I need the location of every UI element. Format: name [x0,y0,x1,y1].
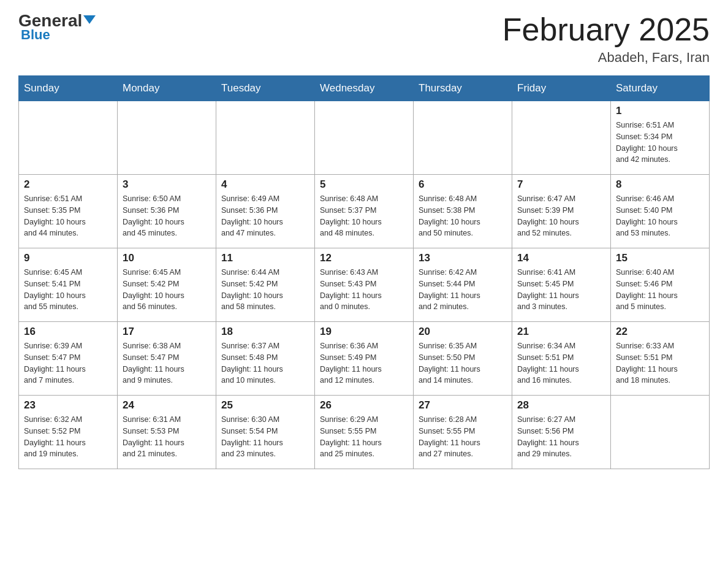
logo-triangle-icon [83,15,96,24]
calendar-cell [611,396,710,469]
logo-blue-text: Blue [18,27,50,43]
weekday-header-wednesday: Wednesday [315,76,414,101]
calendar-cell: 10Sunrise: 6:45 AM Sunset: 5:42 PM Dayli… [118,248,216,322]
calendar-cell: 6Sunrise: 6:48 AM Sunset: 5:38 PM Daylig… [414,175,512,248]
weekday-header-monday: Monday [118,76,216,101]
calendar-week-row: 23Sunrise: 6:32 AM Sunset: 5:52 PM Dayli… [19,396,710,469]
weekday-row: SundayMondayTuesdayWednesdayThursdayFrid… [19,76,710,101]
calendar-cell [414,101,512,175]
day-info: Sunrise: 6:51 AM Sunset: 5:34 PM Dayligh… [616,120,704,166]
weekday-header-thursday: Thursday [414,76,512,101]
day-number: 19 [320,326,408,338]
calendar-cell: 14Sunrise: 6:41 AM Sunset: 5:45 PM Dayli… [512,248,611,322]
calendar-cell: 27Sunrise: 6:28 AM Sunset: 5:55 PM Dayli… [414,396,512,469]
day-number: 15 [616,252,704,264]
calendar-cell: 11Sunrise: 6:44 AM Sunset: 5:42 PM Dayli… [216,248,315,322]
calendar-cell: 24Sunrise: 6:31 AM Sunset: 5:53 PM Dayli… [118,396,216,469]
calendar-table: SundayMondayTuesdayWednesdayThursdayFrid… [18,75,710,469]
calendar-cell: 15Sunrise: 6:40 AM Sunset: 5:46 PM Dayli… [611,248,710,322]
day-number: 11 [221,252,309,264]
day-info: Sunrise: 6:31 AM Sunset: 5:53 PM Dayligh… [123,414,211,460]
calendar-cell: 20Sunrise: 6:35 AM Sunset: 5:50 PM Dayli… [414,322,512,396]
calendar-week-row: 1Sunrise: 6:51 AM Sunset: 5:34 PM Daylig… [19,101,710,175]
calendar-cell: 18Sunrise: 6:37 AM Sunset: 5:48 PM Dayli… [216,322,315,396]
day-info: Sunrise: 6:36 AM Sunset: 5:49 PM Dayligh… [320,340,408,386]
calendar-subtitle: Abadeh, Fars, Iran [502,50,710,66]
day-info: Sunrise: 6:45 AM Sunset: 5:41 PM Dayligh… [24,267,112,313]
day-info: Sunrise: 6:29 AM Sunset: 5:55 PM Dayligh… [320,414,408,460]
calendar-cell: 17Sunrise: 6:38 AM Sunset: 5:47 PM Dayli… [118,322,216,396]
day-number: 2 [24,178,112,191]
day-info: Sunrise: 6:48 AM Sunset: 5:38 PM Dayligh… [419,193,507,239]
day-info: Sunrise: 6:27 AM Sunset: 5:56 PM Dayligh… [517,414,605,460]
day-info: Sunrise: 6:46 AM Sunset: 5:40 PM Dayligh… [616,193,704,239]
day-number: 8 [616,178,704,191]
calendar-cell: 9Sunrise: 6:45 AM Sunset: 5:41 PM Daylig… [19,248,118,322]
day-number: 23 [24,399,112,412]
calendar-cell: 12Sunrise: 6:43 AM Sunset: 5:43 PM Dayli… [315,248,414,322]
day-number: 18 [221,326,309,338]
day-number: 21 [517,326,605,338]
weekday-header-tuesday: Tuesday [216,76,315,101]
calendar-body: 1Sunrise: 6:51 AM Sunset: 5:34 PM Daylig… [19,101,710,469]
day-number: 7 [517,178,605,191]
calendar-cell: 7Sunrise: 6:47 AM Sunset: 5:39 PM Daylig… [512,175,611,248]
day-info: Sunrise: 6:44 AM Sunset: 5:42 PM Dayligh… [221,267,309,313]
calendar-week-row: 2Sunrise: 6:51 AM Sunset: 5:35 PM Daylig… [19,175,710,248]
day-info: Sunrise: 6:45 AM Sunset: 5:42 PM Dayligh… [123,267,211,313]
day-info: Sunrise: 6:32 AM Sunset: 5:52 PM Dayligh… [24,414,112,460]
day-info: Sunrise: 6:30 AM Sunset: 5:54 PM Dayligh… [221,414,309,460]
day-number: 6 [419,178,507,191]
day-info: Sunrise: 6:39 AM Sunset: 5:47 PM Dayligh… [24,340,112,386]
day-info: Sunrise: 6:28 AM Sunset: 5:55 PM Dayligh… [419,414,507,460]
calendar-cell [118,101,216,175]
logo: General Blue [18,12,96,43]
day-number: 20 [419,326,507,338]
calendar-cell: 16Sunrise: 6:39 AM Sunset: 5:47 PM Dayli… [19,322,118,396]
calendar-cell [216,101,315,175]
calendar-cell: 19Sunrise: 6:36 AM Sunset: 5:49 PM Dayli… [315,322,414,396]
day-number: 22 [616,326,704,338]
day-info: Sunrise: 6:35 AM Sunset: 5:50 PM Dayligh… [419,340,507,386]
calendar-cell [512,101,611,175]
day-info: Sunrise: 6:33 AM Sunset: 5:51 PM Dayligh… [616,340,704,386]
day-number: 28 [517,399,605,412]
day-info: Sunrise: 6:42 AM Sunset: 5:44 PM Dayligh… [419,267,507,313]
calendar-cell: 22Sunrise: 6:33 AM Sunset: 5:51 PM Dayli… [611,322,710,396]
day-info: Sunrise: 6:41 AM Sunset: 5:45 PM Dayligh… [517,267,605,313]
day-number: 10 [123,252,211,264]
day-number: 3 [123,178,211,191]
day-number: 4 [221,178,309,191]
day-info: Sunrise: 6:43 AM Sunset: 5:43 PM Dayligh… [320,267,408,313]
calendar-cell: 26Sunrise: 6:29 AM Sunset: 5:55 PM Dayli… [315,396,414,469]
calendar-cell: 8Sunrise: 6:46 AM Sunset: 5:40 PM Daylig… [611,175,710,248]
day-number: 5 [320,178,408,191]
calendar-header: SundayMondayTuesdayWednesdayThursdayFrid… [19,76,710,101]
day-number: 17 [123,326,211,338]
calendar-cell [315,101,414,175]
day-info: Sunrise: 6:37 AM Sunset: 5:48 PM Dayligh… [221,340,309,386]
day-info: Sunrise: 6:49 AM Sunset: 5:36 PM Dayligh… [221,193,309,239]
day-info: Sunrise: 6:47 AM Sunset: 5:39 PM Dayligh… [517,193,605,239]
day-info: Sunrise: 6:51 AM Sunset: 5:35 PM Dayligh… [24,193,112,239]
day-info: Sunrise: 6:40 AM Sunset: 5:46 PM Dayligh… [616,267,704,313]
calendar-cell: 25Sunrise: 6:30 AM Sunset: 5:54 PM Dayli… [216,396,315,469]
day-info: Sunrise: 6:38 AM Sunset: 5:47 PM Dayligh… [123,340,211,386]
day-number: 27 [419,399,507,412]
day-number: 14 [517,252,605,264]
day-info: Sunrise: 6:34 AM Sunset: 5:51 PM Dayligh… [517,340,605,386]
day-number: 16 [24,326,112,338]
day-number: 9 [24,252,112,264]
calendar-cell: 28Sunrise: 6:27 AM Sunset: 5:56 PM Dayli… [512,396,611,469]
calendar-cell: 13Sunrise: 6:42 AM Sunset: 5:44 PM Dayli… [414,248,512,322]
calendar-cell: 2Sunrise: 6:51 AM Sunset: 5:35 PM Daylig… [19,175,118,248]
calendar-cell: 4Sunrise: 6:49 AM Sunset: 5:36 PM Daylig… [216,175,315,248]
page-header: General Blue February 2025 Abadeh, Fars,… [18,12,710,66]
day-number: 12 [320,252,408,264]
day-info: Sunrise: 6:48 AM Sunset: 5:37 PM Dayligh… [320,193,408,239]
day-number: 26 [320,399,408,412]
calendar-cell: 23Sunrise: 6:32 AM Sunset: 5:52 PM Dayli… [19,396,118,469]
weekday-header-friday: Friday [512,76,611,101]
calendar-cell: 21Sunrise: 6:34 AM Sunset: 5:51 PM Dayli… [512,322,611,396]
calendar-cell: 3Sunrise: 6:50 AM Sunset: 5:36 PM Daylig… [118,175,216,248]
